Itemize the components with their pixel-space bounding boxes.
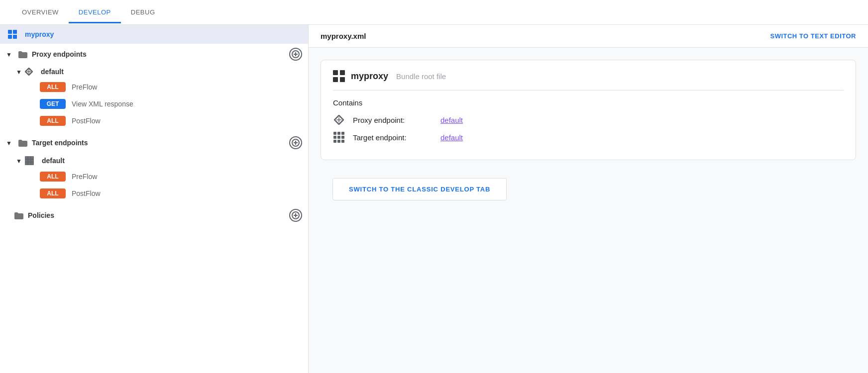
target-endpoints-label: Target endpoints (32, 139, 88, 147)
proxy-default-item[interactable]: ▼ default (0, 65, 308, 79)
proxy-postflow-badge[interactable]: ALL (40, 116, 66, 126)
myproxy-item[interactable]: myproxy (0, 25, 308, 44)
tab-develop[interactable]: DEVELOP (69, 1, 121, 23)
proxy-postflow-row: ALL PostFlow (0, 112, 308, 129)
bundle-card: myproxy Bundle root file Contains Proxy … (321, 60, 856, 160)
bundle-card-header: myproxy Bundle root file (333, 70, 844, 91)
svg-rect-27 (340, 77, 345, 82)
proxy-get-badge[interactable]: GET (40, 99, 66, 109)
bundle-name: myproxy (351, 71, 388, 82)
target-endpoint-link[interactable]: default (440, 133, 463, 142)
svg-rect-1 (13, 30, 17, 34)
target-preflow-row: ALL PreFlow (0, 168, 308, 185)
target-endpoints-chevron[interactable]: ▼ (6, 140, 12, 146)
left-panel: myproxy ▼ Proxy endpoints (0, 25, 309, 373)
target-endpoint-label: Target endpoint: (353, 133, 433, 142)
svg-rect-26 (333, 77, 338, 82)
svg-rect-32 (341, 132, 344, 135)
target-endpoint-row: Target endpoint: default (333, 132, 844, 143)
proxy-get-row: GET View XML response (0, 95, 308, 112)
target-postflow-row: ALL PostFlow (0, 185, 308, 202)
proxy-endpoints-left: ▼ Proxy endpoints (6, 50, 87, 59)
contains-label: Contains (333, 98, 844, 107)
proxy-endpoint-row: Proxy endpoint: default (333, 115, 844, 125)
policies-folder-icon (14, 211, 24, 220)
proxy-endpoint-link[interactable]: default (440, 116, 463, 124)
target-default-label: default (42, 157, 65, 165)
target-endpoints-left: ▼ Target endpoints (6, 138, 88, 147)
svg-rect-0 (8, 30, 12, 34)
proxy-default-label: default (41, 68, 64, 76)
proxy-endpoints-label: Proxy endpoints (32, 50, 87, 58)
target-default-icon (25, 156, 34, 165)
right-panel: myproxy.xml SWITCH TO TEXT EDITOR (309, 25, 868, 373)
proxy-default-chevron[interactable]: ▼ (16, 69, 22, 75)
proxy-endpoints-chevron[interactable]: ▼ (6, 51, 12, 57)
proxy-endpoint-label: Proxy endpoint: (353, 116, 433, 124)
svg-rect-25 (340, 70, 345, 75)
target-preflow-label[interactable]: PreFlow (72, 173, 97, 181)
svg-rect-33 (333, 136, 336, 139)
svg-rect-20 (30, 162, 34, 165)
target-default-item[interactable]: ▼ default (0, 153, 308, 168)
proxy-endpoints-section: ▼ Proxy endpoints (0, 44, 308, 65)
switch-to-text-editor-button[interactable]: SWITCH TO TEXT EDITOR (770, 32, 856, 40)
svg-rect-24 (333, 70, 338, 75)
add-target-endpoint-button[interactable] (289, 136, 302, 149)
policies-label: Policies (28, 211, 54, 219)
bundle-subtitle: Bundle root file (396, 72, 446, 81)
target-endpoints-folder-icon (18, 138, 28, 147)
proxy-get-label[interactable]: View XML response (72, 100, 133, 108)
proxy-preflow-label[interactable]: PreFlow (72, 83, 97, 91)
proxy-default-icon (25, 68, 33, 76)
proxy-endpoint-icon (333, 115, 345, 125)
policies-section: Policies (0, 205, 308, 226)
switch-classic-button[interactable]: SWITCH TO THE CLASSIC DEVELOP TAB (332, 178, 507, 200)
top-nav: OVERVIEW DEVELOP DEBUG (0, 0, 868, 25)
main-layout: myproxy ▼ Proxy endpoints (0, 25, 868, 373)
policies-left: Policies (6, 211, 54, 220)
svg-rect-2 (8, 35, 12, 39)
target-postflow-label[interactable]: PostFlow (72, 189, 101, 197)
target-default-chevron[interactable]: ▼ (16, 158, 22, 164)
proxy-postflow-label[interactable]: PostFlow (72, 117, 101, 125)
myproxy-icon (8, 30, 17, 39)
switch-classic-wrapper: SWITCH TO THE CLASSIC DEVELOP TAB (321, 170, 856, 208)
target-endpoint-icon (333, 132, 345, 143)
tab-overview[interactable]: OVERVIEW (12, 1, 69, 23)
add-policy-button[interactable] (289, 209, 302, 222)
proxy-preflow-row: ALL PreFlow (0, 79, 308, 95)
svg-rect-38 (341, 140, 344, 143)
target-postflow-badge[interactable]: ALL (40, 188, 66, 198)
bundle-icon (333, 70, 345, 82)
proxy-endpoints-folder-icon (18, 50, 28, 59)
target-preflow-badge[interactable]: ALL (40, 172, 66, 182)
myproxy-label: myproxy (25, 30, 54, 38)
svg-rect-37 (337, 140, 340, 143)
right-header: myproxy.xml SWITCH TO TEXT EDITOR (309, 25, 868, 48)
svg-rect-35 (341, 136, 344, 139)
svg-rect-34 (337, 136, 340, 139)
add-proxy-endpoint-button[interactable] (289, 48, 302, 61)
proxy-preflow-badge[interactable]: ALL (40, 82, 66, 92)
svg-rect-30 (333, 132, 336, 135)
svg-rect-3 (13, 35, 17, 39)
target-endpoints-section: ▼ Target endpoints (0, 132, 308, 153)
file-title: myproxy.xml (321, 32, 366, 40)
tab-debug[interactable]: DEBUG (121, 1, 165, 23)
svg-rect-31 (337, 132, 340, 135)
right-content: myproxy Bundle root file Contains Proxy … (309, 48, 868, 373)
svg-rect-36 (333, 140, 336, 143)
